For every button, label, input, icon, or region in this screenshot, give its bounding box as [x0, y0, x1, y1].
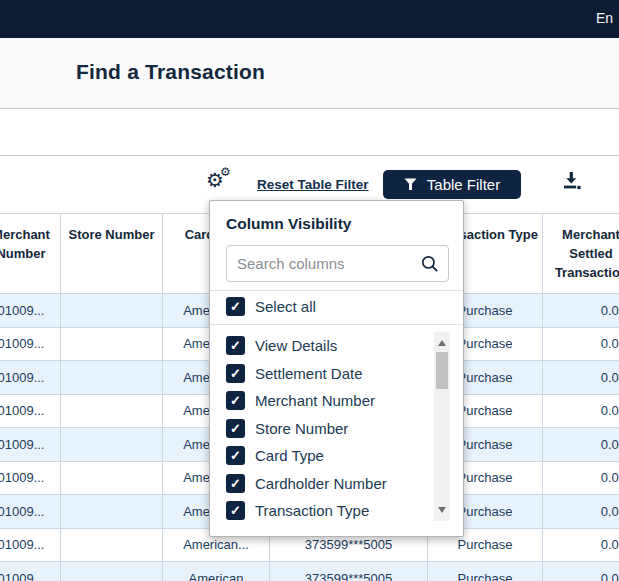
- reset-table-filter-link[interactable]: Reset Table Filter: [257, 177, 369, 192]
- cell-merchant-number: 01009...: [0, 428, 61, 462]
- cell-store-number: [61, 395, 163, 429]
- cell-merchant-number: 01009...: [0, 529, 61, 563]
- download-icon: [561, 171, 582, 191]
- checkbox-checked-icon[interactable]: [226, 474, 245, 493]
- column-option-merchant-number[interactable]: Merchant Number: [226, 387, 426, 415]
- checkbox-checked-icon[interactable]: [226, 297, 245, 316]
- column-option-label: Card Type: [255, 447, 324, 464]
- scrollbar-track[interactable]: [434, 332, 450, 521]
- search-columns-box: [226, 245, 449, 282]
- cell-store-number: [61, 562, 163, 581]
- cell-cardholder-number: 373599***5005: [270, 562, 428, 581]
- cell-store-number: [61, 361, 163, 395]
- checkbox-checked-icon[interactable]: [226, 364, 245, 383]
- filter-funnel-icon: [404, 178, 417, 191]
- column-option-label: Store Number: [255, 420, 348, 437]
- cell-merchant-number: 01009...: [0, 562, 61, 581]
- cell-merchant-number: 01009...: [0, 395, 61, 429]
- column-option-label: Transaction Type: [255, 502, 369, 519]
- column-visibility-popup: Column Visibility Select all View Detail…: [209, 200, 464, 537]
- column-option-label: Merchant Number: [255, 392, 375, 409]
- column-option-store-number[interactable]: Store Number: [226, 415, 426, 443]
- column-option-card-type[interactable]: Card Type: [226, 442, 426, 470]
- cell-store-number: [61, 428, 163, 462]
- sub-header-band: [0, 110, 619, 156]
- cell-settled-amount: 0.00: [543, 529, 619, 563]
- cell-settled-amount: 0.00: [543, 428, 619, 462]
- popup-title: Column Visibility: [226, 215, 351, 233]
- cell-settled-amount: 0.00: [543, 562, 619, 581]
- cell-store-number: [61, 328, 163, 362]
- table-filter-label: Table Filter: [427, 176, 500, 193]
- column-option-transaction-type[interactable]: Transaction Type: [226, 497, 426, 525]
- cell-merchant-number: 01009...: [0, 361, 61, 395]
- cell-merchant-number: 01009...: [0, 328, 61, 362]
- column-option-settlement-date[interactable]: Settlement Date: [226, 360, 426, 388]
- column-settings-button[interactable]: [206, 168, 232, 194]
- checkbox-checked-icon[interactable]: [226, 501, 245, 520]
- checkbox-checked-icon[interactable]: [226, 391, 245, 410]
- cell-transaction-type: Purchase: [428, 562, 543, 581]
- column-options-list: View Details Settlement Date Merchant Nu…: [226, 332, 426, 525]
- checkbox-checked-icon[interactable]: [226, 419, 245, 438]
- column-header-store-number[interactable]: Store Number: [61, 214, 163, 294]
- cell-store-number: [61, 529, 163, 563]
- cell-settled-amount: 0.00: [543, 395, 619, 429]
- column-header-merchant-number[interactable]: Merchant Number: [0, 214, 61, 294]
- language-selector[interactable]: En: [596, 10, 613, 26]
- cell-store-number: [61, 495, 163, 529]
- scroll-up-icon[interactable]: [438, 340, 446, 346]
- cell-settled-amount: 0.00: [543, 462, 619, 496]
- cell-store-number: [61, 294, 163, 328]
- column-option-label: Cardholder Number: [255, 475, 387, 492]
- scrollbar-thumb[interactable]: [436, 352, 448, 389]
- checkbox-checked-icon[interactable]: [226, 446, 245, 465]
- search-columns-input[interactable]: [237, 246, 415, 281]
- cell-merchant-number: 01009...: [0, 462, 61, 496]
- cell-settled-amount: 0.00: [543, 361, 619, 395]
- column-option-cardholder-number[interactable]: Cardholder Number: [226, 470, 426, 498]
- column-option-view-details[interactable]: View Details: [226, 332, 426, 360]
- column-option-label: Settlement Date: [255, 365, 363, 382]
- divider: [210, 324, 463, 325]
- top-nav-bar: En: [0, 0, 619, 38]
- cell-settled-amount: 0.00: [543, 328, 619, 362]
- cell-merchant-number: 01009...: [0, 495, 61, 529]
- search-icon: [421, 255, 439, 273]
- page-title: Find a Transaction: [76, 60, 265, 84]
- cell-settled-amount: 0.00: [543, 294, 619, 328]
- cell-store-number: [61, 462, 163, 496]
- scroll-down-icon[interactable]: [438, 507, 446, 513]
- app: En Find a Transaction Reset Table Filter…: [0, 0, 619, 581]
- divider: [210, 290, 463, 291]
- checkbox-checked-icon[interactable]: [226, 336, 245, 355]
- cell-card-type: American: [163, 562, 270, 581]
- select-all-option[interactable]: Select all: [226, 297, 316, 316]
- page-header: Find a Transaction: [0, 38, 619, 109]
- column-header-merchant-settled[interactable]: Merchant Settled Transactio..: [543, 214, 619, 294]
- select-all-label: Select all: [255, 298, 316, 315]
- column-option-label: View Details: [255, 337, 337, 354]
- download-button[interactable]: [561, 171, 583, 191]
- cell-settled-amount: 0.00: [543, 495, 619, 529]
- cell-merchant-number: 01009...: [0, 294, 61, 328]
- table-filter-button[interactable]: Table Filter: [383, 170, 521, 199]
